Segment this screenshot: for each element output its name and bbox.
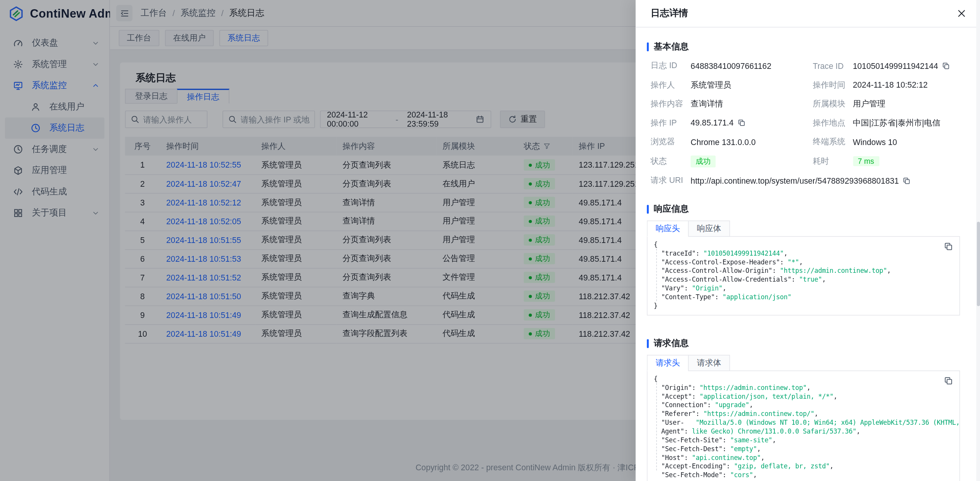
field-label: 操作内容 [651,98,687,109]
copy-icon[interactable] [737,119,745,127]
section-marker [647,42,649,51]
detail-field: 状态成功 [651,155,803,167]
section-marker [647,205,649,214]
copy-icon[interactable] [942,62,950,70]
field-label: 浏览器 [651,136,687,147]
field-label: 操作人 [651,79,687,90]
indent-guide [656,249,657,301]
copy-icon[interactable] [944,242,953,251]
close-icon[interactable] [955,7,968,20]
code-line: "Content-Type": "application/json" [654,292,953,301]
field-label: 日志 ID [651,60,687,71]
code-line: "User- "Mozilla/5.0 (Windows NT 10.0; Wi… [654,418,953,427]
field-label: 状态 [651,156,687,167]
detail-field: 操作地点中国|江苏省|泰州市|电信 [813,117,965,128]
field-label: 耗时 [813,156,849,167]
copy-icon[interactable] [903,176,911,184]
detail-field: 操作 IP49.85.171.4 [651,117,803,128]
response-tab[interactable]: 响应头 [647,220,689,236]
code-line: "Sec-Fetch-Mode": "cors", [654,470,953,479]
field-label: Trace ID [813,61,849,70]
field-value: 中国|江苏省|泰州市|电信 [853,117,941,128]
detail-field: 日志 ID648838410097661162 [651,60,803,71]
code-line: "Accept": "application/json, text/plain,… [654,392,953,401]
code-line: "Referer": "https://admin.continew.top/"… [654,409,953,418]
detail-field: 耗时7 ms [813,155,965,167]
field-label: 操作地点 [813,117,849,128]
field-value: 查询详情 [691,98,723,109]
code-line: } [654,301,953,310]
basic-info-fields: 日志 ID648838410097661162Trace ID101050149… [651,60,965,186]
field-label: 终端系统 [813,136,849,147]
response-tabs: 响应头响应体 [647,220,960,236]
code-line: "Sec-Fetch-Site": "same-site", [654,435,953,444]
request-tab[interactable]: 请求头 [647,355,689,371]
code-line: Agent": like Gecko) Chrome/131.0.0.0 Saf… [654,427,953,435]
detail-field: Trace ID1010501499911942144 [813,60,965,71]
code-line: "Vary": "Origin", [654,284,953,292]
code-line: "Access-Control-Expose-Headers": "*", [654,258,953,266]
drawer-title: 日志详情 [651,8,688,20]
code-line: { [654,240,953,249]
detail-field: 所属模块用户管理 [813,98,965,109]
code-line: "Connection": "upgrade", [654,401,953,409]
field-value: Chrome 131.0.0.0 [691,137,756,146]
response-headers-code: {"traceId": "1010501499911942144","Acces… [647,236,960,315]
detail-field: 操作内容查询详情 [651,98,803,109]
detail-field: 请求 URIhttp://api.continew.top/system/use… [651,175,965,186]
detail-field: 操作人系统管理员 [651,79,803,90]
field-value: http://api.continew.top/system/user/5478… [691,176,899,185]
request-tab[interactable]: 请求体 [688,355,730,371]
detail-field: 终端系统Windows 10 [813,136,965,147]
field-value: 系统管理员 [691,79,731,90]
field-label: 请求 URI [651,175,687,186]
section-response-title: 响应信息 [647,204,965,214]
request-tabs: 请求头请求体 [647,355,960,370]
section-basic-info-title: 基本信息 [647,41,965,52]
code-line: "Origin": "https://admin.continew.top", [654,383,953,392]
drawer-body: 基本信息 日志 ID648838410097661162Trace ID1010… [635,28,980,481]
detail-field: 浏览器Chrome 131.0.0.0 [651,136,803,147]
field-value: 用户管理 [853,98,885,109]
field-value: 648838410097661162 [691,61,771,70]
code-line: { [654,374,953,383]
code-line: "Host": "api.continew.top", [654,453,953,462]
field-value: Windows 10 [853,137,897,146]
field-value: 49.85.171.4 [691,118,733,127]
field-value: 1010501499911942144 [853,61,938,70]
field-value: 2024-11-18 10:52:12 [853,80,928,89]
code-line: "Access-Control-Allow-Origin": "https://… [654,266,953,275]
detail-field: 操作时间2024-11-18 10:52:12 [813,79,965,90]
drawer-header: 日志详情 [635,0,980,28]
copy-icon[interactable] [944,376,953,385]
app-viewport: ContiNew Admin 仪表盘系统管理系统监控在线用户系统日志任务调度应用… [0,0,980,481]
response-tab[interactable]: 响应体 [688,220,730,236]
field-label: 所属模块 [813,98,849,109]
scrollbar-thumb[interactable] [977,222,980,306]
indent-guide [656,383,657,471]
section-marker [647,339,649,348]
code-line: "traceId": "1010501499911942144", [654,249,953,258]
field-value-badge: 7 ms [853,156,879,166]
code-line: "Sec-Fetch-Dest": "empty", [654,444,953,453]
code-line: "Accept-Encoding": "gzip, deflate, br, z… [654,462,953,471]
code-line: "Access-Control-Allow-Credentials": "tru… [654,275,953,284]
request-headers-code: {"Origin": "https://admin.continew.top",… [647,370,960,481]
field-value-badge: 成功 [691,155,715,167]
field-label: 操作时间 [813,79,849,90]
section-request-title: 请求信息 [647,338,965,349]
drawer-scrollbar [976,0,980,481]
log-detail-drawer: 日志详情 基本信息 日志 ID648838410097661162Trace I… [635,0,980,481]
field-label: 操作 IP [651,117,687,128]
